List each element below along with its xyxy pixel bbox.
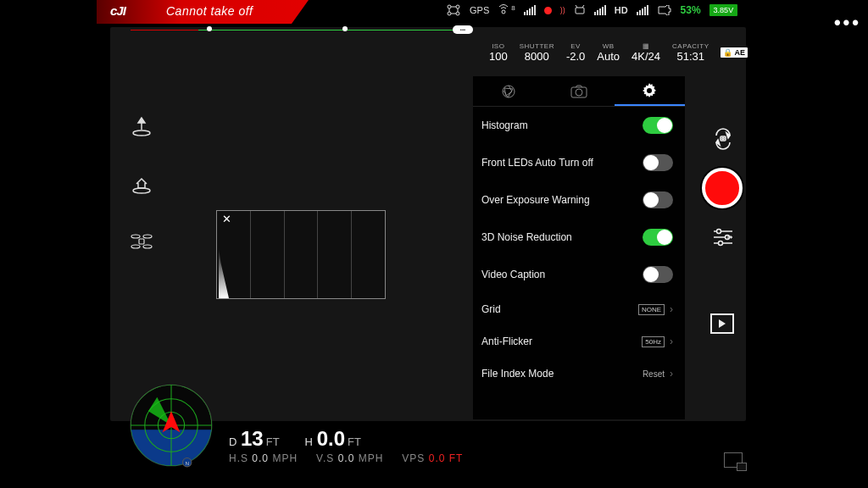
toggle[interactable]: [643, 191, 673, 208]
settings-row-over-exposure-warning[interactable]: Over Exposure Warning: [473, 181, 685, 219]
hspeed-readout: H.S 0.0 MPH: [229, 452, 298, 464]
height-readout: H 0.0FT: [305, 427, 361, 451]
rc-icon[interactable]: [574, 5, 586, 15]
toggle[interactable]: [643, 266, 673, 283]
settings-row-front-leds-auto-turn-off[interactable]: Front LEDs Auto Turn off: [473, 144, 685, 181]
top-status-icons: GPS 8 )) HD 53% 3.85V: [446, 3, 737, 17]
svg-point-4: [502, 10, 505, 14]
flight-status-text: Cannot take off: [166, 4, 253, 18]
top-bar: cJI Cannot take off GPS 8 )) HD: [107, 0, 751, 27]
vspeed-readout: V.S 0.0 MPH: [316, 452, 383, 464]
attitude-radar[interactable]: N: [127, 381, 215, 469]
right-action-column: M: [697, 127, 748, 334]
svg-rect-5: [576, 8, 584, 14]
rc-signal-bars: [594, 5, 606, 15]
svg-point-3: [456, 12, 459, 15]
param-iso: ISO100: [489, 42, 508, 63]
camera-params[interactable]: ISO100 SHUTTER8000 EV-2.0 WBAuto ▦4K/24 …: [489, 42, 748, 63]
settings-row-label: Front LEDs Auto Turn off: [481, 157, 593, 169]
tab-aperture[interactable]: [473, 76, 543, 106]
distance-readout: D 13FT: [229, 427, 280, 451]
gps-signal-bars: [524, 5, 536, 15]
param-format: ▦4K/24: [632, 42, 660, 63]
settings-row-video-caption[interactable]: Video Caption: [473, 256, 685, 293]
camera-swap-icon[interactable]: [711, 127, 733, 149]
settings-row-label: Grid: [481, 303, 501, 315]
status-banner[interactable]: cJI Cannot take off: [107, 0, 327, 27]
map-thumbnail-button[interactable]: [724, 452, 743, 468]
telemetry-readout: D 13FT H 0.0FT H.S 0.0 MPH V.S 0.0 MPH V…: [229, 427, 463, 464]
svg-point-14: [143, 245, 152, 248]
svg-point-30: [647, 88, 652, 93]
tab-photo[interactable]: [543, 76, 614, 106]
svg-text:M: M: [727, 235, 732, 240]
toggle[interactable]: [643, 154, 673, 171]
settings-row-file-index-mode[interactable]: File Index ModeReset›: [473, 358, 685, 390]
battery-percent: 53%: [681, 4, 701, 16]
svg-point-8: [133, 130, 150, 136]
chevron-right-icon: ›: [670, 368, 673, 380]
more-menu-button[interactable]: •••: [834, 12, 861, 34]
chevron-right-icon: ›: [670, 336, 673, 347]
takeoff-icon[interactable]: [129, 114, 154, 139]
camera-settings-panel: HistogramFront LEDs Auto Turn offOver Ex…: [473, 76, 685, 419]
svg-point-23: [717, 230, 721, 234]
battery-icon[interactable]: [657, 5, 672, 15]
settings-row-label: Histogram: [481, 119, 528, 131]
svg-point-2: [448, 12, 451, 15]
smart-mode-icon[interactable]: [129, 229, 154, 254]
param-ev: EV-2.0: [566, 42, 585, 63]
record-indicator-icon: [544, 7, 552, 14]
settings-row-label: Video Caption: [481, 269, 545, 280]
settings-row-label: 3D Noise Reduction: [481, 231, 572, 243]
svg-point-19: [722, 137, 724, 139]
param-shutter: SHUTTER8000: [520, 42, 554, 63]
settings-row-label: Anti-Flicker: [481, 336, 532, 347]
svg-point-13: [131, 245, 140, 248]
settings-row-3d-noise-reduction[interactable]: 3D Noise Reduction: [473, 219, 685, 256]
tab-gear[interactable]: [615, 76, 685, 106]
svg-point-10: [133, 188, 150, 193]
dji-logo: cJI: [110, 3, 125, 18]
return-home-icon[interactable]: [129, 171, 154, 197]
svg-marker-9: [138, 118, 145, 123]
settings-list[interactable]: HistogramFront LEDs Auto Turn offOver Ex…: [473, 107, 685, 390]
shutter-button[interactable]: [702, 168, 743, 208]
settings-row-anti-flicker[interactable]: Anti-Flicker50Hz›: [473, 325, 685, 358]
flight-mode-icon[interactable]: [446, 3, 461, 17]
settings-row-value[interactable]: 50Hz›: [642, 336, 673, 347]
svg-point-29: [576, 89, 582, 96]
gps-label: GPS: [470, 5, 489, 15]
settings-row-histogram[interactable]: Histogram: [473, 107, 685, 144]
record-paren: )): [560, 6, 565, 14]
camera-settings-icon[interactable]: M: [712, 227, 732, 247]
chevron-right-icon: ›: [670, 303, 673, 315]
svg-point-25: [719, 241, 723, 246]
svg-point-1: [456, 5, 459, 8]
svg-rect-15: [139, 239, 144, 244]
histogram-grid: [217, 211, 385, 298]
playback-button[interactable]: [710, 313, 734, 334]
toggle[interactable]: [643, 229, 673, 246]
settings-tabs: [473, 76, 685, 107]
app-root: cJI Cannot take off GPS 8 )) HD: [0, 0, 868, 488]
param-wb: WBAuto: [597, 42, 620, 63]
settings-row-value[interactable]: NONE›: [638, 303, 673, 315]
param-capacity: CAPACITY51:31: [672, 42, 709, 63]
hd-signal-bars: [637, 5, 648, 15]
settings-row-label: File Index Mode: [481, 368, 554, 380]
settings-row-grid[interactable]: GridNONE›: [473, 293, 685, 325]
svg-point-12: [143, 235, 152, 238]
hd-label[interactable]: HD: [615, 5, 628, 15]
histogram-overlay[interactable]: ✕: [216, 210, 386, 299]
svg-text:N: N: [185, 460, 189, 466]
ae-lock-button[interactable]: 🔒AE: [721, 47, 748, 58]
toggle[interactable]: [643, 117, 673, 134]
left-flight-icons: [129, 114, 154, 254]
settings-row-value[interactable]: Reset›: [643, 368, 673, 380]
battery-voltage: 3.85V: [709, 4, 738, 16]
vps-readout: VPS 0.0 FT: [402, 452, 463, 464]
sat-count: 8: [511, 4, 515, 12]
flight-battery-bar: •••: [131, 27, 741, 32]
gps-sat-icon[interactable]: 8: [498, 4, 515, 16]
